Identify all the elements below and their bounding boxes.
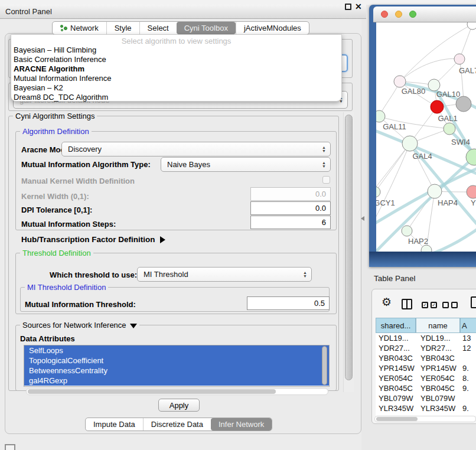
mi-threshold-group-title: MI Threshold Definition: [25, 283, 108, 292]
maximize-traffic-light-icon[interactable]: [409, 11, 416, 18]
network-node[interactable]: [467, 22, 476, 30]
settings-vertical-scrollbar-thumb[interactable]: [345, 115, 353, 380]
attribute-item[interactable]: BetweennessCentrality: [24, 366, 329, 376]
mi-threshold-field[interactable]: 0.5: [247, 296, 330, 310]
kernel-width-field: 0.0: [250, 187, 331, 201]
column-header-name[interactable]: name: [416, 318, 460, 333]
table-cell: YBR043C: [416, 354, 460, 363]
deselect-all-icon[interactable]: [442, 302, 458, 308]
algorithm-option[interactable]: Basic Correlation Inference: [11, 55, 341, 64]
sources-group-title[interactable]: Sources for Network Inference: [20, 321, 139, 330]
network-edge[interactable]: [400, 58, 459, 81]
network-node-gal7[interactable]: [454, 54, 465, 64]
data-attributes-list[interactable]: SelfLoopsTopologicalCoefficientBetweenne…: [24, 345, 330, 387]
tab-style[interactable]: Style: [106, 22, 139, 34]
settings-horizontal-scrollbar-thumb[interactable]: [28, 389, 276, 394]
data-attributes-label: Data Attributes: [20, 334, 75, 343]
network-node[interactable]: [421, 245, 432, 252]
splitter-handle[interactable]: [361, 216, 364, 221]
tab-discretize-data[interactable]: Discretize Data: [143, 418, 211, 431]
apply-button[interactable]: Apply: [158, 399, 200, 412]
algorithm-option[interactable]: Bayesian – Hill Climbing: [11, 45, 341, 55]
table-cell: YDL19...: [376, 334, 416, 343]
node-label: GAL7: [459, 66, 476, 75]
table-row[interactable]: YBR045CYBR045C9.: [376, 383, 476, 393]
which-threshold-combobox[interactable]: MI Threshold ▲▼: [137, 267, 312, 282]
dpi-tolerance-label: DPI Tolerance [0,1]:: [21, 206, 92, 214]
algorithm-option[interactable]: ARACNE Algorithm: [11, 64, 341, 74]
table-cell: YBR043C: [376, 354, 416, 363]
table-cell: YDR27...: [416, 344, 460, 353]
network-node-gal11[interactable]: [376, 110, 385, 122]
tab-select[interactable]: Select: [139, 22, 177, 34]
network-node-gal80[interactable]: [394, 76, 406, 87]
dpi-tolerance-field[interactable]: 0.0: [250, 201, 331, 215]
table-horizontal-scrollbar-thumb[interactable]: [376, 417, 418, 421]
table-row[interactable]: YPR145WYPR145W9.: [376, 363, 476, 373]
table-row[interactable]: YBR043CYBR043C: [376, 353, 476, 363]
tab-cyni-toolbox[interactable]: Cyni Toolbox: [177, 22, 236, 34]
algorithm-option[interactable]: Mutual Information Inference: [11, 74, 341, 83]
close-icon[interactable]: ✕: [355, 2, 362, 11]
network-node-gcy1[interactable]: [376, 187, 380, 197]
mi-algorithm-type-combobox[interactable]: Naive Bayes ▲▼: [161, 157, 331, 172]
gear-icon[interactable]: ⚙: [382, 296, 392, 308]
algorithm-option[interactable]: Bayesian – K2: [11, 83, 341, 93]
network-view-window: GAL7GAL80GAL10GAL1GAL11SWI4GAL4HAP4YGCY1…: [369, 5, 476, 267]
tab-infer-network[interactable]: Infer Network: [211, 418, 272, 431]
manual-kernel-checkbox[interactable]: [322, 176, 330, 184]
network-window-titlebar[interactable]: [373, 6, 476, 22]
network-node-gal4[interactable]: [402, 136, 418, 151]
network-node[interactable]: [456, 96, 471, 112]
node-label: SWI4: [451, 138, 470, 146]
attribute-item[interactable]: SelfLoops: [24, 345, 329, 356]
attributes-scrollbar-thumb[interactable]: [322, 346, 327, 385]
network-node-swi4[interactable]: [444, 123, 455, 135]
table-cell: YBR045C: [376, 384, 416, 393]
top-strip: [0, 0, 476, 5]
table-cell: 13: [460, 334, 476, 343]
export-table-icon[interactable]: [471, 296, 476, 308]
table-row[interactable]: YLR345WYLR345W9.: [376, 403, 476, 413]
table-row[interactable]: YER054CYER054C8.: [376, 373, 476, 383]
hub-definition-toggle[interactable]: Hub/Transcription Factor Definition: [21, 235, 165, 244]
bottom-tab-bar: Impute Data Discretize Data Infer Networ…: [85, 418, 272, 431]
algorithm-definition-title: Algorithm Definition: [20, 127, 92, 136]
table-rows[interactable]: YDL19...YDL19...13YDR27...YDR27...12YBR0…: [376, 333, 476, 416]
table-row[interactable]: YBL079WYBL079W: [376, 393, 476, 403]
table-cell: YLR345W: [376, 404, 416, 413]
aracne-mode-combobox[interactable]: Discovery ▲▼: [61, 142, 331, 156]
network-node-hap2[interactable]: [402, 226, 412, 236]
network-node-gal1[interactable]: [431, 100, 444, 113]
select-all-icon[interactable]: ✓✓: [422, 302, 437, 308]
table-row[interactable]: YDR27...YDR27...12: [376, 343, 476, 353]
network-node-y[interactable]: [467, 185, 476, 198]
columns-icon[interactable]: [402, 299, 412, 309]
attribute-item[interactable]: TopologicalCoefficient: [24, 356, 329, 366]
tab-impute-data[interactable]: Impute Data: [86, 418, 143, 431]
network-node-gal10[interactable]: [428, 79, 440, 91]
tab-jactivemnodules[interactable]: jActiveMNodules: [236, 22, 309, 34]
algorithm-option[interactable]: Dream8 DC_TDC Algorithm: [11, 93, 341, 102]
network-edge[interactable]: [376, 144, 410, 192]
minimize-traffic-light-icon[interactable]: [395, 11, 402, 18]
control-panel-titlebar: Control Panel: [0, 5, 366, 19]
column-header-partial[interactable]: A: [460, 318, 476, 333]
attribute-item[interactable]: gal4RGexp: [24, 376, 329, 386]
table-panel-title: Table Panel: [374, 274, 416, 283]
table-cell: YPR145W: [376, 364, 416, 373]
table-row[interactable]: YDL19...YDL19...13: [376, 333, 476, 343]
close-traffic-light-icon[interactable]: [381, 11, 388, 18]
column-header-shared-name[interactable]: shared...: [376, 318, 416, 333]
network-node-hap4[interactable]: [428, 184, 442, 198]
control-panel-tab-bar: Network Style Select Cyni Toolbox jActiv…: [52, 21, 309, 35]
float-window-icon[interactable]: [345, 4, 351, 10]
expand-right-icon: [160, 236, 165, 243]
minimized-panel-icon[interactable]: [5, 444, 15, 450]
network-edge-highlighted[interactable]: [376, 167, 476, 226]
tab-network[interactable]: Network: [53, 22, 106, 34]
mi-steps-field[interactable]: 6: [250, 216, 331, 229]
mi-steps-label: Mutual Information Steps:: [21, 220, 116, 229]
network-graph: GAL7GAL80GAL10GAL1GAL11SWI4GAL4HAP4YGCY1…: [376, 22, 476, 252]
network-canvas[interactable]: GAL7GAL80GAL10GAL1GAL11SWI4GAL4HAP4YGCY1…: [376, 22, 476, 252]
